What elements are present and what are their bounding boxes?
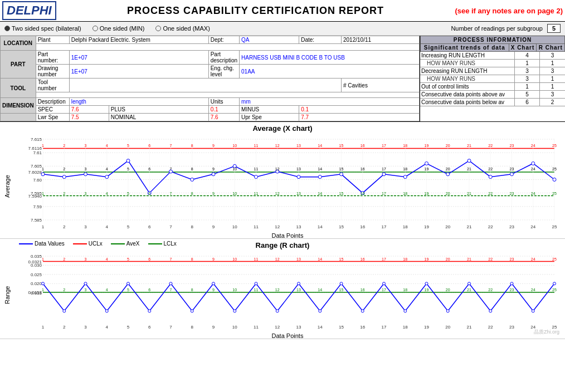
svg-text:24: 24 [531,192,535,195]
svg-text:19: 19 [425,192,429,195]
options-row: Two sided spec (bilateral) One sided (MI… [0,22,565,36]
svg-text:5: 5 [127,224,130,229]
proc-info-row: Increasing RUN LENGTH43 [420,52,565,60]
svg-text:11: 11 [254,325,259,330]
svg-point-254 [361,310,364,312]
svg-point-77 [84,173,87,176]
svg-text:12: 12 [275,288,280,292]
svg-text:4: 4 [106,257,108,261]
proc-info-row: HOW MANY RUNS31 [420,75,565,83]
svg-text:18: 18 [403,325,408,330]
svg-text:18: 18 [403,144,407,148]
eng-chg-label: Eng. chg. level [208,65,239,79]
svg-text:15: 15 [339,192,344,195]
svg-text:3: 3 [85,144,87,148]
dept-label: Dept: [208,36,239,44]
svg-point-242 [105,310,108,312]
svg-text:24: 24 [531,288,535,292]
plant-label: Plant [36,36,69,44]
svg-text:2: 2 [63,192,65,195]
svg-text:15: 15 [339,257,344,261]
svg-point-249 [255,282,257,285]
svg-text:18: 18 [403,192,407,195]
x-chart-svg: 7.6157.61167.617.6057.60287.607.59407.59… [12,134,563,231]
svg-point-253 [340,282,343,285]
proc-row-label: Consecutive data points below av [420,99,515,106]
x-chart-container: Average (X chart) Average 7.6157.61167.6… [0,122,565,239]
svg-text:3: 3 [85,167,87,171]
svg-point-257 [425,282,428,285]
radio-max[interactable]: One sided (MAX) [155,25,210,32]
radio-max-circle [155,26,161,31]
svg-text:17: 17 [382,325,387,330]
part-desc-value: HARNESS USB MINI B CODE B TO USB [240,51,420,65]
svg-point-240 [63,310,66,312]
proc-row-rchart: 2 [540,99,565,106]
svg-text:9: 9 [212,325,215,330]
svg-text:7.615: 7.615 [31,137,42,142]
svg-text:3: 3 [85,192,87,195]
svg-text:16: 16 [361,167,365,171]
r-chart-inner: 0.0350.03210.0300.0250.0200.01520.015123… [12,251,563,339]
svg-text:1: 1 [42,288,44,292]
svg-text:1: 1 [42,192,44,195]
desc-value: length [69,98,208,106]
minus-value: 0.1 [299,106,420,114]
units-label: Units [208,98,239,106]
svg-text:2: 2 [63,325,66,330]
drawing-num-value: 1E+07 [69,65,208,79]
radio-max-label: One sided (MAX) [163,25,210,32]
svg-point-121 [553,178,556,182]
svg-point-115 [489,175,492,179]
svg-text:12: 12 [275,144,280,148]
svg-text:25: 25 [552,167,557,171]
svg-text:6: 6 [148,224,151,229]
svg-point-93 [255,175,258,179]
plus-label: PLUS [109,106,208,114]
svg-text:24: 24 [531,257,535,261]
svg-text:7.585: 7.585 [31,218,42,223]
proc-row-label: Decreasing RUN LENGTH [420,67,515,75]
svg-point-89 [212,173,215,176]
radio-min[interactable]: One sided (MIN) [92,25,145,32]
svg-text:18: 18 [403,224,408,229]
proc-row-rchart: 1 [540,83,565,90]
radio-bilateral[interactable]: Two sided spec (bilateral) [4,25,81,32]
svg-text:7: 7 [170,144,172,148]
svg-text:20: 20 [445,325,450,330]
svg-text:22: 22 [488,288,493,292]
svg-text:22: 22 [488,325,493,330]
svg-text:6: 6 [148,325,151,330]
proc-row-xchart: 3 [515,67,540,75]
svg-text:7: 7 [170,257,172,261]
svg-text:6: 6 [148,192,150,195]
svg-text:18: 18 [403,288,407,292]
svg-text:9: 9 [212,257,215,261]
svg-text:6: 6 [148,288,150,292]
svg-text:15: 15 [339,288,344,292]
radio-min-circle [92,26,98,31]
svg-text:0.025: 0.025 [31,272,42,277]
svg-text:5: 5 [127,257,129,261]
svg-text:2: 2 [63,288,65,292]
svg-text:7.595: 7.595 [31,191,42,196]
svg-point-244 [148,310,151,312]
svg-text:21: 21 [467,325,472,330]
info-left: LOCATION Plant Delphi Packard Electric. … [0,36,420,121]
x-chart-area: Average 7.6157.61167.617.6057.60287.607.… [2,134,563,239]
lwr-spe-value: 7.5 [69,114,109,121]
process-info-panel: PROCESS INFORMATION Significant trends o… [420,36,565,121]
proc-info-row: Consecutive data points above av53 [420,91,565,99]
svg-text:6: 6 [148,257,150,261]
svg-text:4: 4 [106,167,108,171]
svg-text:25: 25 [552,192,557,195]
svg-point-113 [467,159,471,163]
svg-text:17: 17 [382,288,386,292]
desc-label: Description [36,98,69,106]
svg-text:21: 21 [467,288,471,292]
svg-text:23: 23 [510,288,514,292]
drawing-num-label: Drawing number [36,65,69,79]
svg-text:23: 23 [510,192,514,195]
svg-text:13: 13 [296,192,301,195]
svg-text:11: 11 [254,192,259,195]
